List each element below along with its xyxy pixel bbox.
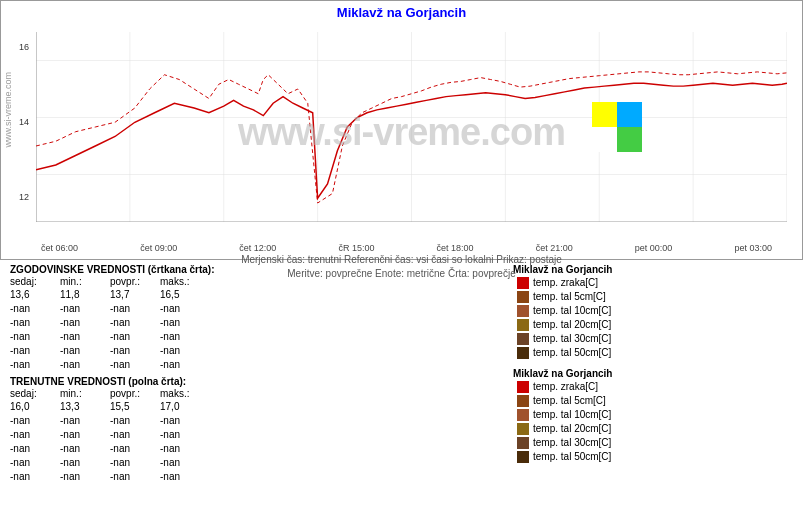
current-legend-color-3: [517, 423, 529, 435]
data-section: ZGODOVINSKE VREDNOSTI (črtkana črta): se…: [0, 260, 803, 514]
current-legend-color-1: [517, 395, 529, 407]
current-legend-row-4: temp. tal 30cm[C]: [517, 436, 793, 450]
y-axis-labels: 16 14 12: [19, 42, 29, 202]
current-col-headers: sedaj: min.: povpr.: maks.:: [10, 388, 503, 399]
legend-row-1: temp. tal 5cm[C]: [517, 290, 793, 304]
svg-rect-15: [592, 102, 617, 127]
legend-row-2: temp. tal 10cm[C]: [517, 304, 793, 318]
current-legend-color-5: [517, 451, 529, 463]
legend-color-5: [517, 347, 529, 359]
current-legend-row-3: temp. tal 20cm[C]: [517, 422, 793, 436]
current-row-5: -nan -nan -nan -nan: [10, 470, 503, 484]
svg-rect-17: [592, 127, 617, 152]
data-left: ZGODOVINSKE VREDNOSTI (črtkana črta): se…: [10, 264, 513, 514]
current-legend-row-5: temp. tal 50cm[C]: [517, 450, 793, 464]
legend-color-4: [517, 333, 529, 345]
current-legend-color-2: [517, 409, 529, 421]
historic-row-1: -nan -nan -nan -nan: [10, 302, 503, 316]
legend-color-2: [517, 305, 529, 317]
current-legend-color-0: [517, 381, 529, 393]
current-header: TRENUTNE VREDNOSTI (polna črta):: [10, 376, 503, 387]
chart-inner: www.si-vreme.com 16 14 12: [1, 22, 802, 242]
si-vreme-watermark-left: www.si-vreme.com: [3, 72, 13, 148]
logo-block: [592, 102, 642, 152]
legend-row-4: temp. tal 30cm[C]: [517, 332, 793, 346]
historic-row-3: -nan -nan -nan -nan: [10, 330, 503, 344]
legend-row-3: temp. tal 20cm[C]: [517, 318, 793, 332]
current-row-2: -nan -nan -nan -nan: [10, 428, 503, 442]
historic-row-0: 13,6 11,8 13,7 16,5: [10, 288, 503, 302]
current-legend-row-0: temp. zraka[C]: [517, 380, 793, 394]
current-row-3: -nan -nan -nan -nan: [10, 442, 503, 456]
current-legend-title: Miklavž na Gorjancih: [513, 368, 793, 379]
time-labels: čet 06:00 čet 09:00 čet 12:00 čR 15:00 č…: [1, 242, 802, 253]
historic-legend: temp. zraka[C] temp. tal 5cm[C] temp. ta…: [513, 276, 793, 360]
current-legend: temp. zraka[C] temp. tal 5cm[C] temp. ta…: [513, 380, 793, 464]
chart-title: Miklavž na Gorjancih: [1, 1, 802, 22]
legend-color-3: [517, 319, 529, 331]
chart-area: Miklavž na Gorjancih www.si-vreme.com 16…: [0, 0, 803, 260]
historic-row-2: -nan -nan -nan -nan: [10, 316, 503, 330]
legend-color-1: [517, 291, 529, 303]
current-row-4: -nan -nan -nan -nan: [10, 456, 503, 470]
current-legend-color-4: [517, 437, 529, 449]
legend-row-5: temp. tal 50cm[C]: [517, 346, 793, 360]
main-container: Miklavž na Gorjancih www.si-vreme.com 16…: [0, 0, 803, 514]
historic-row-5: -nan -nan -nan -nan: [10, 358, 503, 372]
data-right: Miklavž na Gorjancih temp. zraka[C] temp…: [513, 264, 793, 514]
current-row-1: -nan -nan -nan -nan: [10, 414, 503, 428]
svg-rect-18: [617, 127, 642, 152]
chart-subtitle1: Merjenski čas: trenutni Referenčni čas: …: [1, 253, 802, 267]
current-legend-row-1: temp. tal 5cm[C]: [517, 394, 793, 408]
current-row-0: 16,0 13,3 15,5 17,0: [10, 400, 503, 414]
svg-rect-16: [617, 102, 642, 127]
historic-row-4: -nan -nan -nan -nan: [10, 344, 503, 358]
chart-subtitle2: Meritve: povprečne Enote: metrične Črta:…: [1, 267, 802, 281]
chart-svg: [36, 32, 787, 222]
current-legend-row-2: temp. tal 10cm[C]: [517, 408, 793, 422]
